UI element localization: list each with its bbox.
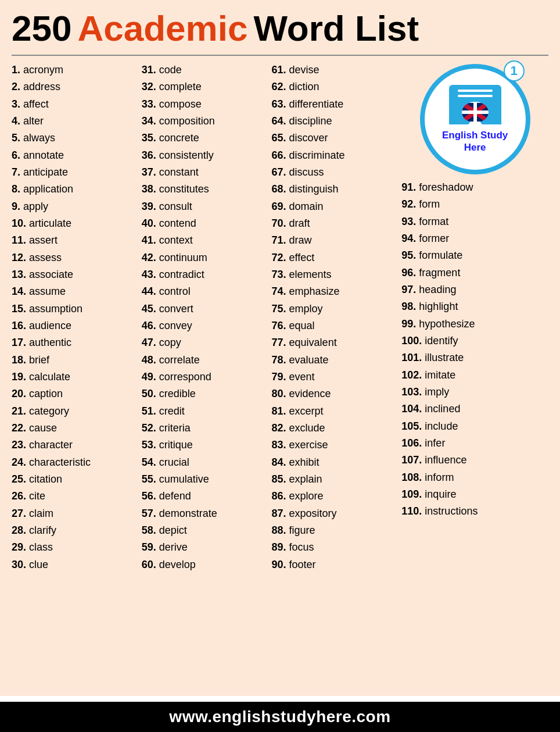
word-number: 33. [142,98,156,110]
word-text: imitate [425,369,455,381]
word-text: defend [159,490,191,502]
word-number: 68. [272,183,286,195]
list-item: 91. foreshadow [401,179,548,196]
list-item: 73. elements [272,266,400,283]
word-text: footer [289,559,316,570]
word-text: devise [289,64,320,76]
list-item: 52. criteria [142,420,270,437]
uk-flag [462,103,489,122]
word-number: 38. [142,183,156,195]
word-text: complete [159,81,202,92]
word-text: address [23,81,60,92]
book-line-1 [458,90,493,92]
list-item: 57. demonstrate [142,505,270,522]
word-text: class [29,541,53,553]
list-item: 59. derive [142,539,270,556]
word-text: copy [159,337,181,348]
word-number: 34. [142,115,156,127]
word-text: draw [289,234,312,246]
page-wrapper: 250 Academic Word List 1. acronym2. addr… [0,0,560,696]
word-number: 101. [401,352,422,363]
word-number: 73. [272,269,286,280]
word-text: equivalent [289,337,337,348]
word-number: 16. [12,320,26,331]
list-item: 94. former [401,230,548,247]
list-item: 51. credit [142,403,270,420]
logo-container: 1 English Study [401,64,548,174]
word-text: formulate [419,249,462,261]
word-text: derive [159,541,188,553]
word-number: 48. [142,354,156,366]
word-text: audience [29,320,71,331]
list-item: 109. inquire [401,486,548,503]
word-number: 66. [272,149,286,161]
list-item: 14. assume [12,283,139,300]
word-number: 39. [142,201,156,212]
word-number: 58. [142,524,156,536]
word-number: 4. [12,115,20,127]
list-item: 84. exhibit [272,454,400,471]
word-number: 29. [12,541,26,553]
list-item: 47. copy [142,334,270,351]
word-text: clarify [29,524,56,536]
word-number: 106. [401,437,422,449]
word-number: 18. [12,354,26,366]
word-text: explore [289,490,324,502]
word-text: authentic [29,337,71,348]
flag-circle [460,100,490,124]
list-item: 37. constant [142,164,270,181]
word-text: cite [29,490,45,502]
word-number: 22. [12,422,26,434]
list-item: 44. control [142,283,270,300]
list-item: 20. caption [12,385,139,402]
word-text: apply [23,201,48,212]
word-text: foreshadow [419,181,473,193]
word-number: 98. [401,301,416,312]
list-item: 93. format [401,213,548,230]
list-item: 75. employ [272,301,400,317]
list-item: 85. explain [272,471,400,488]
word-text: discriminate [289,149,345,161]
word-text: influence [425,454,466,466]
list-item: 3. affect [12,96,139,113]
list-item: 95. formulate [401,247,548,264]
word-number: 11. [12,234,26,246]
list-item: 13. associate [12,266,139,283]
word-text: application [23,183,73,195]
list-item: 76. equal [272,317,400,334]
word-number: 77. [272,337,286,348]
list-item: 21. category [12,403,139,420]
word-number: 26. [12,490,26,502]
word-text: crucial [159,456,189,468]
list-item: 50. credible [142,385,270,402]
word-text: exercise [289,439,328,451]
word-text: differentiate [289,98,344,110]
word-number: 59. [142,541,156,553]
list-item: 35. concrete [142,130,270,147]
list-item: 38. constitutes [142,181,270,198]
list-item: 108. inform [401,469,548,486]
word-number: 60. [142,559,156,570]
word-number: 108. [401,472,422,483]
word-number: 99. [401,318,416,330]
word-text: characteristic [29,456,91,468]
list-item: 96. fragment [401,265,548,281]
list-item: 8. application [12,181,139,198]
word-number: 72. [272,252,286,263]
word-number: 17. [12,337,26,348]
word-number: 41. [142,234,156,246]
word-text: contend [159,217,196,229]
list-item: 77. equivalent [272,334,400,351]
word-number: 24. [12,456,26,468]
list-item: 2. address [12,78,139,95]
word-text: expository [289,508,337,519]
list-item: 68. distinguish [272,181,400,198]
word-text: correspond [159,371,211,383]
word-text: format [419,216,448,227]
word-text: emphasize [289,285,340,297]
logo-text: English Study Here [442,129,508,154]
word-text: employ [289,303,323,315]
word-number: 10. [12,217,26,229]
list-item: 64. discipline [272,113,400,130]
word-number: 89. [272,541,286,553]
